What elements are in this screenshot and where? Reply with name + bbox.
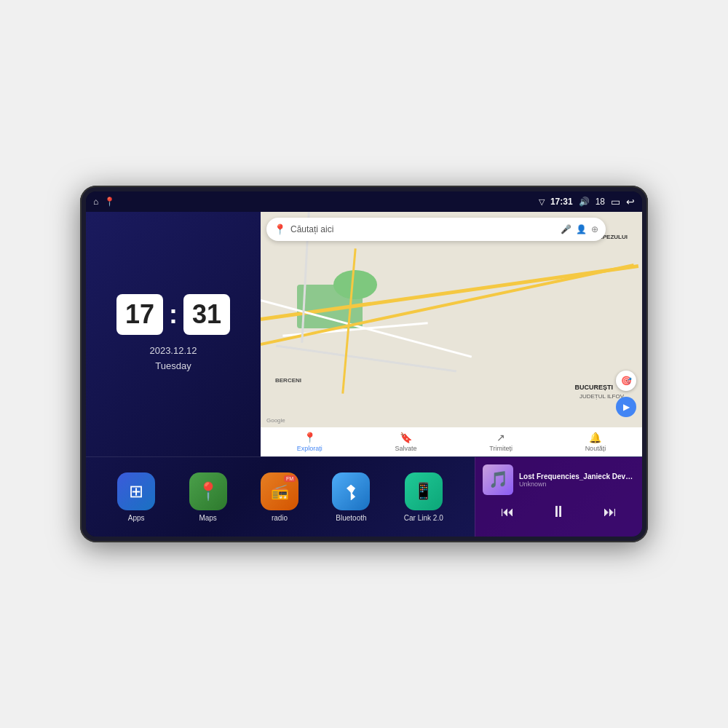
map-search-bar[interactable]: 📍 Căutați aici 🎤 👤 ⊕ [266,218,606,241]
music-thumbnail: 🎵 [483,464,513,495]
news-label: Noutăți [585,445,606,452]
map-bottom-nav: 📍 Explorați 🔖 Salvate ↗ Trimiteți 🔔 [261,427,642,456]
google-watermark: Google [266,417,285,424]
bluetooth-icon [342,483,360,500]
berceni-label: BERCENI [275,377,301,384]
carlink-icon-bg: 📱 [405,472,443,510]
app-icon-radio[interactable]: 📻 FM radio [261,472,298,522]
apps-icon: ⊞ [129,481,143,502]
explore-icon: 📍 [304,432,316,443]
signal-icon: ▽ [539,197,545,207]
explore-label: Explorați [297,445,323,452]
music-top: 🎵 Lost Frequencies_Janieck Devy-... Unkn… [483,464,635,495]
share-label: Trimiteți [489,445,513,452]
news-icon: 🔔 [589,432,601,443]
music-artist: Unknown [519,480,635,488]
music-title: Lost Frequencies_Janieck Devy-... [519,472,635,480]
maps-status-icon[interactable]: 📍 [104,197,115,207]
map-panel[interactable]: TRAPEZULUI BUCUREȘTI JUDEȚUL ILFOV BERCE… [261,212,642,456]
back-icon[interactable]: ↩ [626,196,635,207]
app-icon-carlink[interactable]: 📱 Car Link 2.0 [404,472,443,522]
radio-icon: 📻 [271,483,289,500]
status-bar: ⌂ 📍 ▽ 17:31 🔊 18 ▭ ↩ [86,191,642,212]
device-screen: ⌂ 📍 ▽ 17:31 🔊 18 ▭ ↩ 17 : [86,191,642,537]
prev-button[interactable]: ⏮ [501,505,514,520]
carlink-icon: 📱 [414,482,433,501]
map-search-text: Căutați aici [290,224,556,234]
bluetooth-label: Bluetooth [336,514,366,522]
saved-label: Salvate [395,445,417,452]
profile-icon[interactable]: 👤 [576,224,587,234]
volume-icon: 🔊 [579,197,590,207]
battery-icon: ▭ [611,196,620,207]
clock-display: 17 : 31 [116,294,230,335]
status-left-icons: ⌂ 📍 [93,197,115,207]
map-background: TRAPEZULUI BUCUREȘTI JUDEȚUL ILFOV BERCE… [261,212,642,456]
volume-level: 18 [596,197,605,207]
maps-logo-icon: 📍 [274,223,286,235]
mic-icon[interactable]: 🎤 [561,224,571,234]
apps-label: Apps [128,514,145,522]
app-icon-apps[interactable]: ⊞ Apps [117,472,155,522]
clock-minutes: 31 [183,294,230,335]
share-icon: ↗ [496,432,505,443]
top-section: 17 : 31 2023.12.12 Tuesday [86,212,642,456]
app-icon-bluetooth[interactable]: Bluetooth [332,472,370,522]
navigate-button[interactable]: ▶ [616,397,636,417]
map-nav-explore[interactable]: 📍 Explorați [297,432,323,452]
clock-panel: 17 : 31 2023.12.12 Tuesday [86,212,261,456]
maps-icon-bg: 📍 [189,472,227,510]
next-button[interactable]: ⏭ [604,505,617,520]
music-panel: 🎵 Lost Frequencies_Janieck Devy-... Unkn… [475,457,642,537]
radio-label: radio [272,514,288,522]
status-time: 17:31 [550,197,573,207]
clock-hours: 17 [116,294,163,335]
carlink-label: Car Link 2.0 [404,514,443,522]
play-pause-button[interactable]: ⏸ [550,502,566,521]
music-controls: ⏮ ⏸ ⏭ [483,499,635,524]
location-button[interactable]: 🎯 [616,371,636,391]
music-info: Lost Frequencies_Janieck Devy-... Unknow… [519,472,635,488]
maps-icon: 📍 [197,481,219,502]
map-nav-share[interactable]: ↗ Trimiteți [489,432,513,452]
map-nav-saved[interactable]: 🔖 Salvate [395,432,417,452]
home-icon[interactable]: ⌂ [93,197,98,207]
app-icon-maps[interactable]: 📍 Maps [189,472,227,522]
judet-ilfov-label: JUDEȚUL ILFOV [579,393,624,400]
bucuresti-label: BUCUREȘTI [574,384,613,391]
device-frame: ⌂ 📍 ▽ 17:31 🔊 18 ▭ ↩ 17 : [80,186,648,542]
saved-icon: 🔖 [400,432,412,443]
clock-colon: : [169,299,178,330]
main-content: 17 : 31 2023.12.12 Tuesday [86,212,642,537]
bluetooth-icon-bg [332,472,370,510]
status-right-icons: ▽ 17:31 🔊 18 ▭ ↩ [539,196,635,207]
map-search-actions: 🎤 👤 ⊕ [561,224,598,234]
svg-marker-0 [351,485,355,500]
map-nav-news[interactable]: 🔔 Noutăți [585,432,606,452]
layers-icon[interactable]: ⊕ [591,224,598,234]
clock-date: 2023.12.12 Tuesday [149,344,197,374]
bottom-section: ⊞ Apps 📍 Maps 📻 FM [86,456,642,537]
maps-label: Maps [199,514,216,522]
radio-icon-bg: 📻 FM [261,472,298,510]
apps-icon-bg: ⊞ [117,472,155,510]
apps-panel: ⊞ Apps 📍 Maps 📻 FM [86,457,475,537]
